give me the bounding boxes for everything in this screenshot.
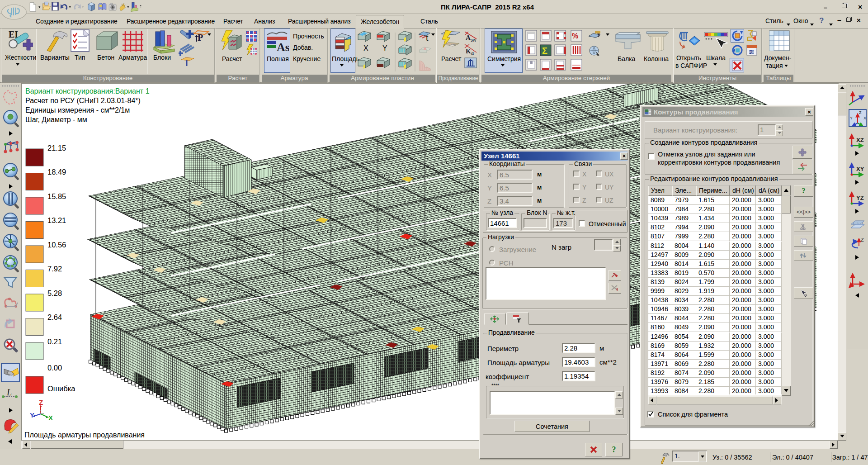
svg-text:Y: Y [30,411,34,419]
svg-text:2.64: 2.64 [47,313,62,321]
svg-text:L: L [6,387,12,397]
svg-text:X: X [863,116,866,120]
svg-text:X: X [48,414,53,422]
svg-text:P: P [198,33,203,43]
svg-text:Z: Z [859,110,862,115]
svg-text:Z: Z [39,399,43,406]
svg-text:0.00: 0.00 [47,364,62,372]
svg-text:0.21: 0.21 [47,337,62,346]
svg-text:Ошибка: Ошибка [47,384,75,393]
svg-text:As: As [277,41,289,53]
svg-text:sw: sw [471,38,476,43]
svg-text:15.85: 15.85 [47,192,66,200]
svg-text:Σ: Σ [542,46,547,56]
svg-text:Y: Y [850,116,853,120]
svg-text:YZ: YZ [856,195,864,201]
svg-text:5.28: 5.28 [47,289,62,297]
svg-text:18.49: 18.49 [47,168,66,176]
svg-text:Z: Z [861,237,864,242]
svg-text:13.21: 13.21 [47,216,66,224]
svg-text:%: % [572,32,578,40]
svg-text:Y: Y [382,44,387,52]
svg-text:2: 2 [750,49,753,56]
svg-text:K: K [466,47,471,55]
svg-text:7.92: 7.92 [47,265,62,273]
svg-text:XY: XY [856,166,864,172]
svg-text:A: A [466,34,471,41]
svg-text:X: X [363,44,368,52]
svg-text:t: t [426,33,429,43]
svg-text:XZ: XZ [856,137,864,143]
svg-text:10.56: 10.56 [47,241,66,249]
svg-text:a: a [471,50,474,56]
svg-text:21.15: 21.15 [47,144,66,152]
